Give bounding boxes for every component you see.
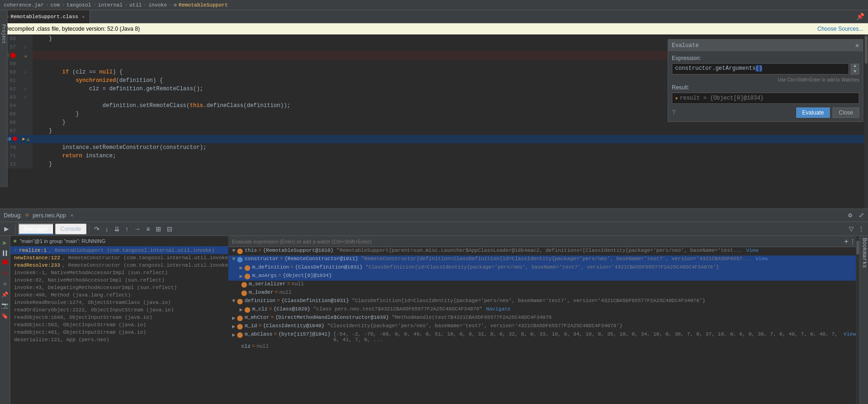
debugger-tab-btn[interactable]: Debugger	[18, 223, 54, 235]
evaluate-evaluate-button[interactable]: Evaluate	[796, 108, 830, 118]
frame-item-4[interactable]: invoke:62, NativeMethodAccessorImpl (sun…	[10, 276, 238, 284]
breadcrumb-item-0[interactable]: coherence.jar	[4, 2, 44, 8]
breadcrumb-item-4[interactable]: util	[130, 2, 142, 8]
vars-scrollbar[interactable]	[856, 236, 860, 404]
var-this-toggle[interactable]	[232, 248, 235, 254]
evaluate-arrow-down[interactable]: ▼	[851, 69, 859, 74]
var-m-mhctor[interactable]: m_mhCtor = {DirectMethodHandle$Construct…	[228, 314, 860, 323]
var-definition-toggle[interactable]	[232, 298, 235, 304]
var-m-clz-toggle[interactable]	[239, 306, 243, 313]
evaluate-help-icon[interactable]: ?	[672, 109, 676, 116]
more-btn[interactable]: ⋮	[856, 224, 866, 233]
var-m-aoargs[interactable]: m_aoArgs = {Object[0]@1034}	[228, 272, 860, 281]
step-over-btn[interactable]: ↷	[92, 224, 102, 234]
var-clz[interactable]: clz = null	[228, 343, 860, 351]
var-constructor-view[interactable]: View	[755, 256, 767, 262]
step-into-btn[interactable]: ↓	[103, 224, 111, 234]
var-m-serializer[interactable]: m_serializer = null	[228, 281, 860, 289]
var-m-definition-toggle[interactable]	[239, 264, 243, 271]
var-m-abclass-toggle[interactable]	[232, 331, 235, 338]
debug-camera-icon[interactable]: 📷	[1, 302, 8, 309]
var-m-serializer-name: m_serializer	[249, 281, 286, 287]
evaluate-arrow-up[interactable]: ▲	[851, 64, 859, 69]
debug-app-name[interactable]: pers.neo.App	[33, 212, 66, 219]
filter-btn[interactable]: ▽	[847, 224, 855, 233]
frame-item-6[interactable]: invoke:498, Method (java.lang.reflect)	[10, 291, 238, 299]
breadcrumb-classname[interactable]: RemotableSupport	[179, 2, 228, 8]
var-m-id[interactable]: m_id = {ClassIdentity@1040} "ClassIdenti…	[228, 323, 860, 331]
frame-class-3: invoke0:-1, NativeMethodAccessorImpl (su…	[14, 270, 168, 276]
breakpoint-icon-58: ☕	[24, 52, 27, 59]
pin-icon[interactable]: 📌	[853, 13, 868, 20]
step-out-btn[interactable]: ↑	[123, 224, 131, 234]
frame-item-12[interactable]: deserialize:121, App (pers.neo)	[10, 336, 238, 343]
choose-sources-link[interactable]: Choose Sources...	[817, 26, 863, 32]
frame-item-9[interactable]: readObject0:1669, ObjectInputStream (jav…	[10, 314, 238, 321]
var-m-loader[interactable]: m_loader = null	[228, 289, 860, 297]
expand-icon-62[interactable]: ▷	[24, 86, 27, 92]
var-constructor[interactable]: constructor = {RemoteConstructor@1011} "…	[228, 256, 860, 264]
evaluate-expr-btn[interactable]: ≡	[144, 224, 152, 234]
run-to-cursor-btn[interactable]: →	[132, 224, 143, 234]
frame-item-8[interactable]: readOrdinaryObject:2222, ObjectInputStre…	[10, 306, 238, 314]
tab-remotable-support[interactable]: ⊙ RemotableSupport.class ✕	[1, 10, 90, 23]
code-scrollbar[interactable]	[864, 34, 868, 209]
var-m-abclass[interactable]: m_abClass = {byte[1157]@1041} [-54, -2, …	[228, 331, 860, 343]
breadcrumb-item-5[interactable]: invoke	[149, 2, 167, 8]
var-definition[interactable]: definition = {ClassDefinition@1031} "Cla…	[228, 297, 860, 306]
breakpoint-dot-69[interactable]	[13, 136, 17, 142]
breadcrumb-item-3[interactable]: internal	[98, 2, 123, 8]
expand-icon-60[interactable]: ▷	[24, 69, 27, 75]
resume-btn[interactable]: ▶	[2, 224, 11, 234]
var-m-abclass-view[interactable]: View	[844, 331, 856, 337]
console-tab-btn[interactable]: Console	[55, 223, 87, 235]
frame-item-3[interactable]: invoke0:-1, NativeMethodAccessorImpl (su…	[10, 269, 238, 276]
breadcrumb-item-1[interactable]: com	[50, 2, 60, 8]
code-line-69: 69 ➤ ⚠ Remotable<T> instance = (Remotabl…	[0, 135, 868, 143]
debug-bookmark-icon[interactable]: 🔖	[1, 313, 8, 320]
frame-item-10[interactable]: readObject:503, ObjectInputStream (java.…	[10, 321, 238, 329]
debug-app-tab-close[interactable]: ✕	[70, 212, 74, 218]
frame-item-1[interactable]: newInstance:122 , RemoteConstructor (com…	[10, 254, 238, 262]
debug-pin-icon[interactable]: 📌	[1, 291, 8, 298]
restore-layout-btn[interactable]: ⊟	[164, 224, 175, 234]
debug-settings-icon[interactable]: ⊘	[3, 281, 7, 288]
evaluate-expression-input[interactable]: constructor.getArguments()	[672, 63, 849, 74]
frame-item-0[interactable]: ✓ realize:1 , RemotableSupport (com.tang…	[10, 246, 238, 254]
more-watches-icon[interactable]: ⋮	[849, 238, 856, 245]
frame-item-7[interactable]: invokeReadResolve:1274, ObjectStreamClas…	[10, 299, 238, 306]
evaluate-close-btn[interactable]: Close	[833, 108, 859, 118]
stop-debug-icon[interactable]	[3, 260, 7, 266]
pause-icon[interactable]	[3, 250, 7, 256]
frame-item-2[interactable]: readResolve:233 , RemoteConstructor (com…	[10, 262, 238, 269]
debug-maximize-icon[interactable]: ⤢	[859, 211, 864, 219]
var-m-clz[interactable]: m_clz = {Class@1029} "class pers.neo.tes…	[228, 306, 860, 314]
breakpoint-dot-58[interactable]	[10, 53, 16, 58]
resume-icon[interactable]: ▶	[3, 239, 7, 247]
bookmark-icon-1[interactable]: Bookmarks	[861, 238, 868, 268]
force-step-into-btn[interactable]: ⇊	[112, 224, 122, 234]
var-this[interactable]: this = {RemotableSupport@1010} "Remotabl…	[228, 247, 860, 256]
frame-item-5[interactable]: invoke:43, DelegatingMethodAccessorImpl …	[10, 284, 238, 291]
breadcrumb-item-2[interactable]: tangosol	[67, 2, 91, 8]
vars-scrollbar-thumb[interactable]	[856, 241, 859, 255]
frame-item-11[interactable]: readObject:461, ObjectInputStream (java.…	[10, 329, 238, 336]
project-panel-label[interactable]: Project	[0, 10, 8, 187]
tab-close-icon[interactable]: ✕	[82, 14, 85, 20]
var-this-view[interactable]: View	[746, 248, 758, 253]
var-m-clz-navigate[interactable]: Navigate	[486, 306, 511, 312]
add-watch-icon[interactable]: +	[844, 237, 848, 246]
expand-icon-63[interactable]: ▷	[24, 94, 27, 100]
code-scrollbar-thumb[interactable]	[865, 36, 868, 64]
var-m-aoargs-toggle[interactable]	[239, 273, 243, 280]
var-m-mhctor-toggle[interactable]	[232, 315, 235, 322]
trace-current-btn[interactable]: ⊞	[153, 224, 164, 234]
expression-input[interactable]	[232, 239, 842, 244]
debug-run-icon[interactable]: ⊘	[3, 270, 7, 277]
var-m-id-toggle[interactable]	[232, 323, 235, 330]
settings-icon[interactable]: ⚙	[848, 211, 852, 219]
expand-icon-57[interactable]: ▷	[24, 44, 27, 50]
var-m-definition[interactable]: m_definition = {ClassDefinition@1031} "C…	[228, 264, 860, 272]
var-constructor-toggle[interactable]	[232, 256, 235, 263]
evaluate-close-button[interactable]: ✕	[855, 41, 859, 49]
